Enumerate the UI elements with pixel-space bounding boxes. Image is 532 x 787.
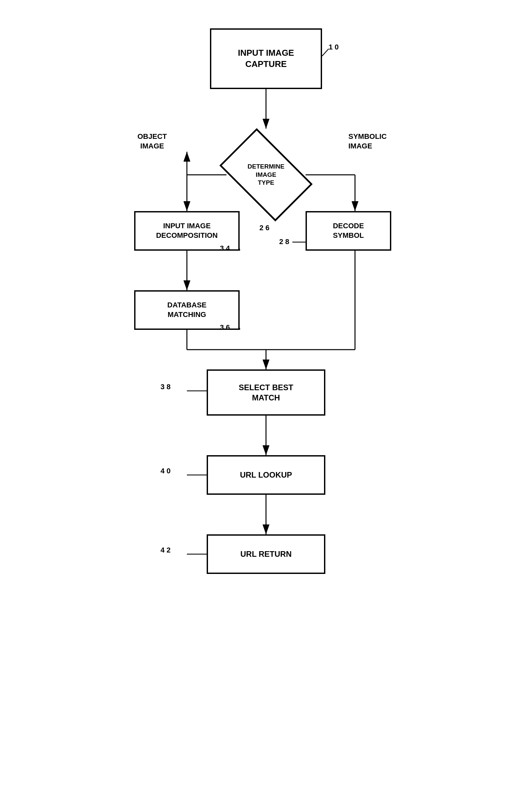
url-return-box: URL RETURN — [207, 534, 325, 574]
decode-symbol-box: DECODE SYMBOL — [306, 211, 391, 251]
symbolic-image-label: SYMBOLIC IMAGE — [348, 132, 386, 151]
label-36: 3 6 — [220, 323, 230, 332]
label-38: 3 8 — [160, 383, 171, 391]
url-lookup-box: URL LOOKUP — [207, 455, 325, 495]
svg-line-17 — [322, 49, 329, 56]
determine-image-type-diamond-wrap: DETERMINEIMAGETYPE — [226, 125, 306, 224]
url-lookup-label: URL LOOKUP — [240, 470, 292, 480]
input-image-capture-box: INPUT IMAGE CAPTURE — [210, 28, 322, 89]
database-matching-label: DATABASE MATCHING — [168, 300, 207, 319]
decode-symbol-label: DECODE SYMBOL — [333, 221, 364, 240]
label-40: 4 0 — [160, 467, 171, 475]
flowchart-diagram: INPUT IMAGE CAPTURE 1 0 DETERMINEIMAGETY… — [118, 13, 414, 772]
label-34: 3 4 — [220, 244, 230, 253]
determine-image-type-label: DETERMINEIMAGETYPE — [243, 163, 289, 187]
label-28: 2 8 — [279, 237, 289, 246]
label-26: 2 6 — [260, 224, 270, 232]
label-10: 1 0 — [329, 43, 339, 51]
label-42: 4 2 — [160, 546, 171, 554]
url-return-label: URL RETURN — [240, 549, 292, 559]
select-best-match-label: SELECT BEST MATCH — [239, 382, 293, 403]
select-best-match-box: SELECT BEST MATCH — [207, 369, 325, 416]
input-image-capture-label: INPUT IMAGE CAPTURE — [238, 47, 294, 70]
object-image-label: OBJECT IMAGE — [137, 132, 167, 151]
input-image-decomp-label: INPUT IMAGE DECOMPOSITION — [156, 221, 218, 240]
